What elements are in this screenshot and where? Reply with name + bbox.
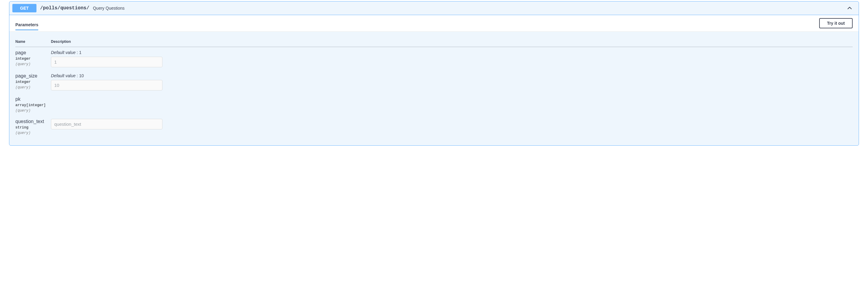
- param-in: (query): [16, 85, 51, 90]
- param-name-cell: page_sizeinteger(query): [16, 70, 51, 93]
- table-row: pkarray[integer](query): [16, 93, 852, 116]
- col-header-description: Description: [51, 36, 852, 47]
- tab-parameters[interactable]: Parameters: [16, 19, 38, 30]
- default-value-number: 10: [79, 73, 84, 78]
- param-name-cell: pkarray[integer](query): [16, 93, 51, 116]
- tab-parameters-label: Parameters: [16, 22, 38, 27]
- param-type: string: [16, 125, 51, 130]
- param-name-cell: question_textstring(query): [16, 116, 51, 138]
- param-input-page[interactable]: [51, 57, 162, 67]
- parameters-header-bar: Parameters Try it out: [9, 15, 859, 32]
- param-description-cell: [51, 116, 852, 138]
- param-default-value: Default value : 10: [51, 73, 852, 78]
- param-in: (query): [16, 109, 51, 113]
- param-type: array[integer]: [16, 103, 51, 108]
- try-it-out-button[interactable]: Try it out: [819, 18, 852, 28]
- table-row: pageinteger(query)Default value : 1: [16, 47, 852, 70]
- endpoint-header[interactable]: GET /polls/questions/ Query Questions: [9, 1, 859, 15]
- param-name: pk: [16, 96, 51, 102]
- parameters-table-wrap: Name Description pageinteger(query)Defau…: [9, 32, 859, 145]
- param-name: page: [16, 50, 51, 56]
- endpoint-summary: Query Questions: [93, 6, 846, 10]
- endpoint-container: GET /polls/questions/ Query Questions Pa…: [9, 1, 859, 146]
- parameters-table: Name Description pageinteger(query)Defau…: [16, 36, 852, 138]
- param-type: integer: [16, 57, 51, 61]
- param-in: (query): [16, 131, 51, 135]
- default-value-number: 1: [79, 50, 82, 55]
- param-type: integer: [16, 80, 51, 84]
- param-name: page_size: [16, 73, 51, 79]
- endpoint-body: Parameters Try it out Name Description p…: [9, 15, 859, 145]
- default-value-label: Default value: [51, 73, 76, 78]
- tab-active-underline: [16, 29, 38, 30]
- default-value-label: Default value: [51, 50, 76, 55]
- param-input-page_size[interactable]: [51, 80, 162, 90]
- endpoint-path: /polls/questions/: [40, 5, 89, 11]
- table-row: question_textstring(query): [16, 116, 852, 138]
- chevron-up-icon[interactable]: [846, 5, 852, 11]
- param-in: (query): [16, 62, 51, 66]
- param-default-value: Default value : 1: [51, 50, 852, 55]
- param-name-cell: pageinteger(query): [16, 47, 51, 70]
- param-name: question_text: [16, 119, 51, 124]
- table-row: page_sizeinteger(query)Default value : 1…: [16, 70, 852, 93]
- col-header-name: Name: [16, 36, 51, 47]
- http-method-badge: GET: [12, 4, 36, 12]
- param-input-question_text[interactable]: [51, 119, 162, 129]
- param-description-cell: [51, 93, 852, 116]
- param-description-cell: Default value : 1: [51, 47, 852, 70]
- param-description-cell: Default value : 10: [51, 70, 852, 93]
